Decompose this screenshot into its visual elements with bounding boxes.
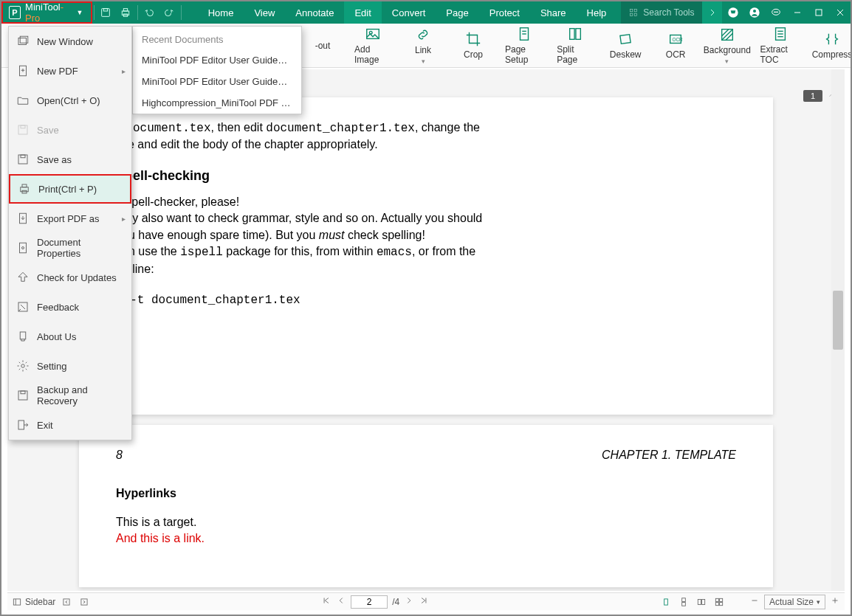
caret-down-icon: ▼: [77, 9, 83, 16]
menu-print[interactable]: Print(Ctrl + P): [9, 174, 131, 204]
zoom-select[interactable]: Actual Size▾: [764, 595, 825, 609]
view-single-icon[interactable]: [659, 596, 673, 608]
recent-item[interactable]: MiniTool PDF Editor User Guide_5-12.pdf: [133, 71, 301, 92]
search-tools[interactable]: Search Tools: [621, 1, 702, 24]
search-placeholder: Search Tools: [643, 7, 694, 18]
compress-icon: [824, 31, 840, 47]
tab-help[interactable]: Help: [577, 1, 617, 24]
chat-icon[interactable]: [765, 1, 786, 24]
ribbon-compress[interactable]: Compress: [814, 31, 851, 60]
tab-convert[interactable]: Convert: [382, 1, 436, 24]
recent-item[interactable]: MiniTool PDF Editor User Guide_1-4.pdf: [133, 49, 301, 71]
deskew-icon: [617, 31, 633, 47]
svg-rect-53: [18, 391, 27, 400]
menu-backup[interactable]: Backup and Recovery: [9, 381, 131, 410]
cart-icon[interactable]: [722, 1, 743, 24]
document-page: e document.tex, then edit document_chapt…: [79, 97, 773, 415]
menu-exit[interactable]: Exit: [9, 410, 131, 440]
menu-open[interactable]: Open(Ctrl + O): [9, 86, 131, 115]
app-menu-button[interactable]: P MiniTool-Pro ▼: [1, 1, 92, 24]
menu-tabs: Home View Annotate Edit Convert Page Pro…: [198, 1, 617, 24]
minimize-icon[interactable]: [786, 1, 808, 24]
document-page: 8CHAPTER 1. TEMPLATE Hyperlinks This is …: [79, 425, 773, 587]
print-icon[interactable]: [116, 1, 136, 24]
svg-rect-68: [720, 602, 723, 605]
scrollbar-thumb[interactable]: [833, 291, 843, 350]
chevron-right-icon[interactable]: [702, 1, 722, 24]
user-icon[interactable]: [743, 1, 765, 24]
document-viewport: 1 e document.tex, then edit document_cha…: [7, 69, 845, 591]
ribbon-link[interactable]: Link▾: [405, 27, 442, 65]
recent-header: Recent Documents: [133, 27, 301, 49]
svg-point-14: [775, 12, 776, 13]
menu-about[interactable]: About Us: [9, 322, 131, 351]
tab-page[interactable]: Page: [436, 1, 478, 24]
vertical-scrollbar[interactable]: [831, 69, 845, 591]
recent-item[interactable]: Highcompression_MiniTool PDF Editor...: [133, 92, 301, 114]
ribbon-page-setup[interactable]: Page Setup: [505, 26, 543, 65]
first-page-icon[interactable]: [321, 595, 331, 608]
tab-home[interactable]: Home: [198, 1, 244, 24]
ribbon-out[interactable]: -out: [304, 41, 341, 51]
last-page-icon[interactable]: [419, 595, 429, 608]
ribbon-deskew[interactable]: Deskew: [607, 31, 644, 60]
undo-icon[interactable]: [140, 1, 159, 24]
page-total: /4: [392, 597, 399, 607]
prev-page-icon[interactable]: [336, 595, 346, 608]
sidebar-toggle[interactable]: Sidebar: [12, 597, 55, 607]
chevron-right-icon: ▸: [122, 67, 126, 75]
svg-rect-66: [720, 598, 723, 601]
zoom-in-icon[interactable]: [830, 595, 840, 608]
svg-rect-58: [63, 598, 69, 604]
menu-export[interactable]: Export PDF as▸: [9, 204, 131, 233]
logo-icon: P: [9, 6, 21, 19]
svg-rect-54: [21, 391, 25, 394]
tab-protect[interactable]: Protect: [479, 1, 530, 24]
svg-rect-26: [576, 29, 580, 40]
page-icon: [516, 26, 532, 42]
menu-save-as[interactable]: Save as: [9, 145, 131, 174]
menu-updates[interactable]: Check for Updates: [9, 263, 131, 292]
close-icon[interactable]: [829, 1, 851, 24]
page-badge: 1: [803, 90, 822, 102]
ribbon-extract-toc[interactable]: Extract TOC: [760, 26, 800, 65]
view-facing-icon[interactable]: [695, 596, 708, 608]
menu-setting[interactable]: Setting: [9, 351, 131, 381]
tab-view[interactable]: View: [244, 1, 285, 24]
menu-feedback[interactable]: Feedback: [9, 292, 131, 322]
heading-spellcheck: Spell-checking: [116, 167, 736, 185]
menu-doc-props[interactable]: Document Properties: [9, 233, 131, 263]
recent-documents-panel: Recent Documents MiniTool PDF Editor Use…: [132, 26, 302, 114]
svg-rect-40: [18, 125, 27, 134]
background-icon: [719, 27, 735, 43]
grid-icon: [628, 7, 639, 18]
next-page-icon[interactable]: [404, 595, 414, 608]
ribbon-add-image[interactable]: Add Image: [354, 26, 391, 65]
ribbon-crop[interactable]: Crop: [455, 31, 492, 60]
ribbon-background[interactable]: Background▾: [707, 27, 746, 65]
maximize-icon[interactable]: [808, 1, 829, 24]
prev-view-icon[interactable]: [60, 596, 73, 608]
heading-hyperlinks: Hyperlinks: [116, 485, 736, 502]
svg-point-49: [22, 247, 24, 249]
menu-new-pdf[interactable]: New PDF▸: [9, 56, 131, 86]
zoom-out-icon[interactable]: [749, 595, 760, 608]
svg-rect-61: [682, 598, 686, 601]
next-view-icon[interactable]: [78, 596, 91, 608]
image-icon: [365, 26, 381, 42]
tab-annotate[interactable]: Annotate: [285, 1, 344, 24]
redo-icon[interactable]: [159, 1, 179, 24]
save-icon[interactable]: [95, 1, 115, 24]
tab-share[interactable]: Share: [530, 1, 577, 24]
view-grid-icon[interactable]: [712, 596, 726, 608]
menu-save: Save: [9, 115, 131, 145]
view-continuous-icon[interactable]: [677, 596, 690, 608]
menu-new-window[interactable]: New Window: [9, 27, 131, 56]
ribbon-ocr[interactable]: OCROCR: [657, 31, 694, 60]
svg-rect-62: [682, 602, 686, 606]
ribbon-split-page[interactable]: Split Page: [557, 26, 594, 65]
svg-rect-67: [715, 602, 718, 605]
page-input[interactable]: [351, 595, 388, 609]
svg-point-11: [753, 10, 756, 13]
tab-edit[interactable]: Edit: [344, 1, 381, 24]
